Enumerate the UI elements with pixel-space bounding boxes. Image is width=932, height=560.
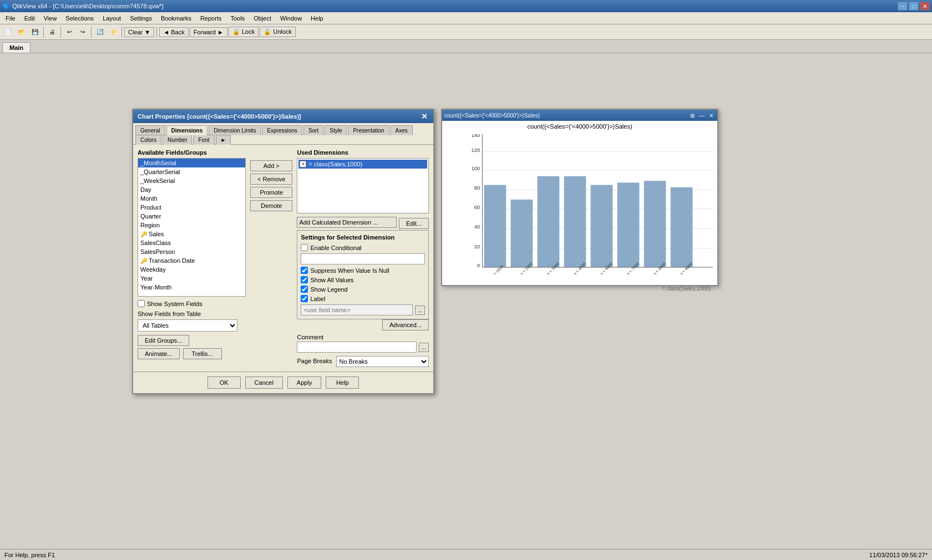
unlock-button[interactable]: 🔓 Unlock bbox=[260, 27, 296, 37]
label-browse-button[interactable]: ... bbox=[415, 306, 425, 315]
show-all-values-row[interactable]: Show All Values bbox=[301, 276, 425, 283]
field-item-weekday[interactable]: Weekday bbox=[138, 265, 245, 274]
lock-button[interactable]: 🔒 Lock bbox=[229, 27, 259, 37]
show-system-fields-checkbox[interactable] bbox=[138, 300, 145, 307]
chart-body: count({<Sales={'<4000>5000'}>}Sales) 0 2… bbox=[442, 121, 717, 285]
edit-groups-row: Edit Groups... bbox=[138, 335, 246, 346]
close-button[interactable]: ✕ bbox=[920, 2, 930, 11]
tab-dimensions[interactable]: Dimensions bbox=[166, 125, 208, 135]
tab-presentation[interactable]: Presentation bbox=[348, 125, 389, 135]
add-button[interactable]: Add > bbox=[250, 160, 292, 171]
tab-sort[interactable]: Sort bbox=[303, 125, 323, 135]
new-button[interactable]: 📄 bbox=[2, 26, 14, 38]
suppress-null-row[interactable]: Suppress When Value Is Null bbox=[301, 267, 425, 274]
menu-object[interactable]: Object bbox=[249, 14, 276, 23]
suppress-null-checkbox[interactable] bbox=[301, 267, 308, 274]
menu-selections[interactable]: Selections bbox=[61, 14, 98, 23]
label-input[interactable] bbox=[301, 304, 412, 315]
save-button[interactable]: 💾 bbox=[29, 26, 41, 38]
menu-edit[interactable]: Edit bbox=[20, 14, 39, 23]
field-item-quarterserial[interactable]: _QuarterSerial bbox=[138, 167, 245, 176]
show-all-values-checkbox[interactable] bbox=[301, 276, 308, 283]
enable-conditional-checkbox[interactable] bbox=[301, 244, 308, 251]
back-button[interactable]: ◄ Back bbox=[159, 27, 188, 37]
field-item-region[interactable]: Region bbox=[138, 221, 245, 230]
clear-button[interactable]: Clear ▼ bbox=[124, 27, 154, 37]
menu-reports[interactable]: Reports bbox=[196, 14, 226, 23]
trellis-button[interactable]: Trellis... bbox=[183, 348, 222, 359]
minimize-button[interactable]: − bbox=[898, 2, 908, 11]
ok-button[interactable]: OK bbox=[207, 376, 241, 389]
tab-main[interactable]: Main bbox=[2, 42, 31, 53]
menu-window[interactable]: Window bbox=[276, 14, 306, 23]
menu-tools[interactable]: Tools bbox=[226, 14, 249, 23]
chart-close-button[interactable]: ✕ bbox=[707, 113, 715, 119]
redo-button[interactable]: ↪ bbox=[77, 26, 89, 38]
show-legend-row[interactable]: Show Legend bbox=[301, 286, 425, 293]
field-item-sales[interactable]: 🔑 Sales bbox=[138, 230, 245, 238]
comment-input[interactable] bbox=[297, 342, 416, 353]
field-item-day[interactable]: Day bbox=[138, 185, 245, 194]
dialog-close-button[interactable]: ✕ bbox=[420, 112, 429, 121]
tab-font[interactable]: Font bbox=[193, 135, 214, 145]
tab-dimension-limits[interactable]: Dimension Limits bbox=[209, 125, 261, 135]
reload-button[interactable]: 🔄 bbox=[94, 26, 106, 38]
undo-button[interactable]: ↩ bbox=[63, 26, 75, 38]
advanced-button[interactable]: Advanced... bbox=[382, 319, 429, 330]
field-item-salesclass[interactable]: SalesClass bbox=[138, 238, 245, 247]
field-item-year[interactable]: Year bbox=[138, 274, 245, 283]
conditional-input[interactable] bbox=[301, 253, 425, 264]
chart-resize-button[interactable]: ⊞ bbox=[688, 113, 696, 119]
field-item-transactiondate[interactable]: 🔑 Transaction Date bbox=[138, 256, 245, 265]
field-item-yearmonth[interactable]: Year-Month bbox=[138, 283, 245, 292]
demote-button[interactable]: Demote bbox=[250, 200, 292, 211]
expand-icon[interactable]: + bbox=[300, 161, 306, 167]
help-button[interactable]: Help bbox=[326, 376, 359, 389]
print-button[interactable]: 🖨 bbox=[46, 26, 58, 38]
tab-number[interactable]: Number bbox=[163, 135, 193, 145]
used-dim-item-sales[interactable]: + = class(Sales,1000) bbox=[298, 160, 427, 169]
animate-button[interactable]: Animate... bbox=[138, 348, 180, 359]
tab-more[interactable]: ► bbox=[216, 135, 231, 145]
chart-minimize-button[interactable]: — bbox=[697, 113, 706, 119]
add-calculated-dimension-button[interactable]: Add Calculated Dimension ... bbox=[297, 217, 396, 228]
bar-8 bbox=[671, 187, 693, 267]
field-item-monthserial[interactable]: _MonthSerial bbox=[138, 159, 245, 167]
field-item-salesperson[interactable]: SalesPerson bbox=[138, 247, 245, 256]
menu-settings[interactable]: Settings bbox=[125, 14, 156, 23]
forward-button[interactable]: Forward ► bbox=[190, 27, 227, 37]
apply-button[interactable]: Apply bbox=[287, 376, 322, 389]
menu-view[interactable]: View bbox=[39, 14, 62, 23]
menu-file[interactable]: File bbox=[1, 14, 20, 23]
show-legend-checkbox[interactable] bbox=[301, 286, 308, 293]
field-item-weekserial[interactable]: _WeekSerial bbox=[138, 176, 245, 185]
partial-reload-button[interactable]: ⚡ bbox=[107, 26, 119, 38]
show-system-fields-label[interactable]: Show System Fields bbox=[138, 300, 246, 307]
enable-conditional-row[interactable]: Enable Conditional bbox=[301, 244, 425, 251]
edit-dimension-button[interactable]: Edit... bbox=[399, 218, 429, 229]
menu-bookmarks[interactable]: Bookmarks bbox=[156, 14, 196, 23]
promote-button[interactable]: Promote bbox=[250, 187, 292, 198]
label-row[interactable]: Label bbox=[301, 295, 425, 302]
table-select[interactable]: All Tables bbox=[138, 319, 237, 332]
field-item-month[interactable]: Month bbox=[138, 194, 245, 203]
menu-layout[interactable]: Layout bbox=[98, 14, 125, 23]
used-dimensions-list[interactable]: + = class(Sales,1000) bbox=[297, 158, 429, 213]
cancel-button[interactable]: Cancel bbox=[245, 376, 283, 389]
field-list[interactable]: _MonthSerial _QuarterSerial _WeekSerial … bbox=[138, 158, 246, 297]
tab-colors[interactable]: Colors bbox=[135, 135, 161, 145]
edit-groups-button[interactable]: Edit Groups... bbox=[138, 335, 189, 346]
label-checkbox[interactable] bbox=[301, 295, 308, 302]
tab-general[interactable]: General bbox=[135, 125, 165, 135]
page-breaks-select[interactable]: No Breaks bbox=[336, 356, 429, 367]
field-item-quarter[interactable]: Quarter bbox=[138, 212, 245, 221]
tab-expressions[interactable]: Expressions bbox=[262, 125, 302, 135]
menu-help[interactable]: Help bbox=[306, 14, 328, 23]
open-button[interactable]: 📂 bbox=[16, 26, 28, 38]
remove-button[interactable]: < Remove bbox=[250, 174, 292, 185]
tab-style[interactable]: Style bbox=[325, 125, 347, 135]
field-item-product[interactable]: Product bbox=[138, 203, 245, 212]
tab-axes[interactable]: Axes bbox=[391, 125, 413, 135]
maximize-button[interactable]: □ bbox=[909, 2, 919, 11]
comment-browse-button[interactable]: ... bbox=[419, 343, 429, 352]
